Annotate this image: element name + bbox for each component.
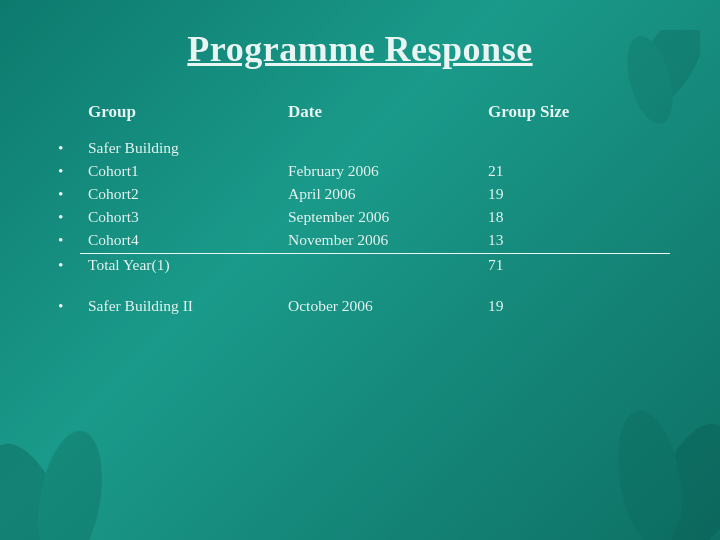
size-cell: 71	[480, 253, 670, 277]
table-row: • Cohort2 April 2006 19	[50, 182, 670, 205]
table-row: • Cohort1 February 2006 21	[50, 159, 670, 182]
table-row: • Safer Building II October 2006 19	[50, 295, 670, 318]
size-cell: 19	[480, 295, 670, 318]
svg-point-3	[630, 413, 720, 540]
group-cell: Safer Building II	[80, 295, 280, 318]
group-cell: Cohort2	[80, 182, 280, 205]
date-cell: November 2006	[280, 228, 480, 253]
group-cell: Total Year(1)	[80, 253, 280, 277]
header-date: Date	[280, 98, 480, 130]
date-cell: February 2006	[280, 159, 480, 182]
group-cell: Cohort1	[80, 159, 280, 182]
bullet: •	[50, 159, 80, 182]
page-title: Programme Response	[50, 28, 670, 70]
bullet: •	[50, 205, 80, 228]
bullet: •	[50, 253, 80, 277]
bullet: •	[50, 182, 80, 205]
header-bullet	[50, 98, 80, 130]
size-cell: 21	[480, 159, 670, 182]
table-row: • Cohort4 November 2006 13	[50, 228, 670, 253]
date-cell: April 2006	[280, 182, 480, 205]
bullet: •	[50, 136, 80, 159]
group-cell: Cohort3	[80, 205, 280, 228]
date-cell	[280, 136, 480, 159]
header-group: Group	[80, 98, 280, 130]
section-gap	[50, 277, 670, 295]
total-row: • Total Year(1) 71	[50, 253, 670, 277]
size-cell	[480, 136, 670, 159]
svg-point-0	[0, 433, 90, 540]
date-cell: September 2006	[280, 205, 480, 228]
svg-point-1	[28, 426, 111, 540]
size-cell: 13	[480, 228, 670, 253]
table-header-row: Group Date Group Size	[50, 98, 670, 130]
data-table: Group Date Group Size • Safer Building •	[50, 98, 670, 318]
header-size: Group Size	[480, 98, 670, 130]
bullet: •	[50, 228, 80, 253]
svg-point-4	[608, 406, 691, 540]
group-cell: Safer Building	[80, 136, 280, 159]
group-cell: Cohort4	[80, 228, 280, 253]
table-row: • Safer Building	[50, 136, 670, 159]
size-cell: 18	[480, 205, 670, 228]
svg-point-5	[659, 455, 720, 540]
table-row: • Cohort3 September 2006 18	[50, 205, 670, 228]
svg-point-2	[0, 479, 57, 540]
bullet: •	[50, 295, 80, 318]
size-cell: 19	[480, 182, 670, 205]
main-container: Programme Response Group Date Group Size…	[0, 0, 720, 338]
date-cell: October 2006	[280, 295, 480, 318]
date-cell	[280, 253, 480, 277]
